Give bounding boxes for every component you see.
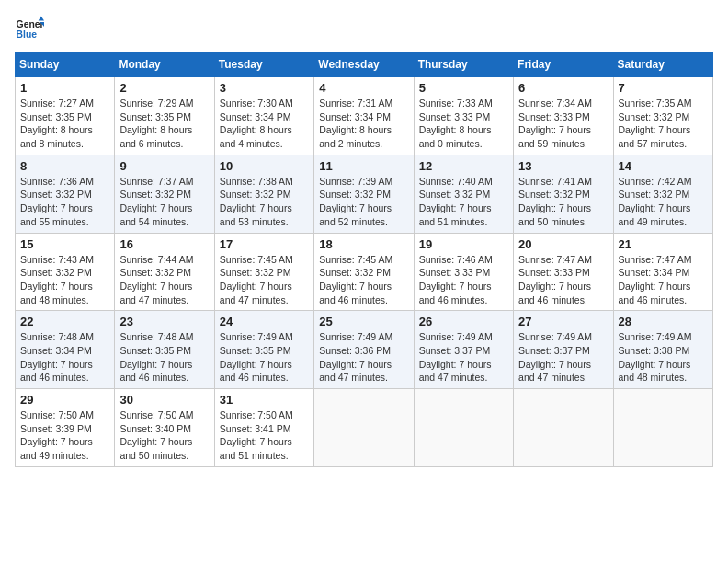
calendar-cell: 21Sunrise: 7:47 AMSunset: 3:34 PMDayligh… <box>613 233 712 311</box>
svg-text:General: General <box>17 19 44 29</box>
calendar-cell: 10Sunrise: 7:38 AMSunset: 3:32 PMDayligh… <box>214 155 313 233</box>
calendar-cell: 22Sunrise: 7:48 AMSunset: 3:34 PMDayligh… <box>16 311 115 389</box>
day-number: 13 <box>518 159 608 173</box>
calendar-cell: 9Sunrise: 7:37 AMSunset: 3:32 PMDaylight… <box>115 155 214 233</box>
day-detail: Sunrise: 7:49 AMSunset: 3:37 PMDaylight:… <box>518 330 608 385</box>
calendar-cell: 14Sunrise: 7:42 AMSunset: 3:32 PMDayligh… <box>613 155 712 233</box>
day-detail: Sunrise: 7:38 AMSunset: 3:32 PMDaylight:… <box>220 175 309 229</box>
day-detail: Sunrise: 7:49 AMSunset: 3:35 PMDaylight:… <box>220 330 309 385</box>
svg-text:Blue: Blue <box>17 29 38 40</box>
day-detail: Sunrise: 7:50 AMSunset: 3:39 PMDaylight:… <box>20 408 109 463</box>
day-number: 5 <box>419 81 508 95</box>
calendar-cell: 2Sunrise: 7:29 AMSunset: 3:35 PMDaylight… <box>115 77 214 155</box>
day-number: 1 <box>20 81 109 95</box>
calendar-cell: 15Sunrise: 7:43 AMSunset: 3:32 PMDayligh… <box>16 233 115 311</box>
day-number: 20 <box>518 237 608 251</box>
calendar-cell <box>613 389 712 467</box>
day-number: 23 <box>119 315 209 328</box>
day-detail: Sunrise: 7:49 AMSunset: 3:37 PMDaylight:… <box>419 330 508 385</box>
day-number: 17 <box>220 237 309 251</box>
day-detail: Sunrise: 7:50 AMSunset: 3:40 PMDaylight:… <box>119 408 209 463</box>
day-number: 31 <box>220 393 309 407</box>
calendar-cell: 31Sunrise: 7:50 AMSunset: 3:41 PMDayligh… <box>214 389 313 467</box>
day-number: 14 <box>619 159 708 173</box>
calendar-cell <box>414 389 513 467</box>
calendar-cell: 4Sunrise: 7:31 AMSunset: 3:34 PMDaylight… <box>314 77 414 155</box>
day-number: 27 <box>518 315 608 328</box>
day-detail: Sunrise: 7:41 AMSunset: 3:32 PMDaylight:… <box>518 175 608 229</box>
day-detail: Sunrise: 7:48 AMSunset: 3:35 PMDaylight:… <box>119 330 209 385</box>
day-detail: Sunrise: 7:50 AMSunset: 3:41 PMDaylight:… <box>220 408 309 463</box>
day-number: 28 <box>619 315 708 328</box>
day-number: 26 <box>419 315 508 328</box>
day-header-sunday: Sunday <box>16 52 115 77</box>
day-detail: Sunrise: 7:30 AMSunset: 3:34 PMDaylight:… <box>220 97 309 151</box>
calendar-cell: 13Sunrise: 7:41 AMSunset: 3:32 PMDayligh… <box>514 155 613 233</box>
day-detail: Sunrise: 7:47 AMSunset: 3:34 PMDaylight:… <box>619 253 708 307</box>
calendar-cell: 24Sunrise: 7:49 AMSunset: 3:35 PMDayligh… <box>214 311 313 389</box>
day-detail: Sunrise: 7:31 AMSunset: 3:34 PMDaylight:… <box>319 97 408 151</box>
day-detail: Sunrise: 7:35 AMSunset: 3:32 PMDaylight:… <box>619 97 708 151</box>
calendar-cell: 17Sunrise: 7:45 AMSunset: 3:32 PMDayligh… <box>214 233 313 311</box>
calendar-cell: 8Sunrise: 7:36 AMSunset: 3:32 PMDaylight… <box>16 155 115 233</box>
day-number: 24 <box>220 315 309 328</box>
calendar-cell <box>514 389 613 467</box>
page-header: General Blue <box>15 15 713 44</box>
day-detail: Sunrise: 7:48 AMSunset: 3:34 PMDaylight:… <box>20 330 109 385</box>
svg-marker-2 <box>39 17 44 21</box>
day-number: 9 <box>119 159 209 173</box>
calendar-cell: 18Sunrise: 7:45 AMSunset: 3:32 PMDayligh… <box>314 233 414 311</box>
calendar-cell: 16Sunrise: 7:44 AMSunset: 3:32 PMDayligh… <box>115 233 214 311</box>
day-number: 19 <box>419 237 508 251</box>
day-number: 2 <box>119 81 209 95</box>
day-number: 29 <box>20 393 109 407</box>
day-number: 8 <box>20 159 109 173</box>
calendar-week-row: 15Sunrise: 7:43 AMSunset: 3:32 PMDayligh… <box>16 233 713 311</box>
day-detail: Sunrise: 7:49 AMSunset: 3:36 PMDaylight:… <box>319 330 408 385</box>
day-number: 12 <box>419 159 508 173</box>
day-number: 30 <box>119 393 209 407</box>
day-detail: Sunrise: 7:37 AMSunset: 3:32 PMDaylight:… <box>119 175 209 229</box>
day-number: 21 <box>619 237 708 251</box>
day-detail: Sunrise: 7:43 AMSunset: 3:32 PMDaylight:… <box>20 253 109 307</box>
day-number: 25 <box>319 315 408 328</box>
day-detail: Sunrise: 7:36 AMSunset: 3:32 PMDaylight:… <box>20 175 109 229</box>
day-detail: Sunrise: 7:40 AMSunset: 3:32 PMDaylight:… <box>419 175 508 229</box>
day-detail: Sunrise: 7:33 AMSunset: 3:33 PMDaylight:… <box>419 97 508 151</box>
day-header-wednesday: Wednesday <box>314 52 414 77</box>
calendar-cell: 12Sunrise: 7:40 AMSunset: 3:32 PMDayligh… <box>414 155 513 233</box>
calendar-cell: 7Sunrise: 7:35 AMSunset: 3:32 PMDaylight… <box>613 77 712 155</box>
day-number: 11 <box>319 159 408 173</box>
day-header-monday: Monday <box>115 52 214 77</box>
day-detail: Sunrise: 7:46 AMSunset: 3:33 PMDaylight:… <box>419 253 508 307</box>
calendar-cell: 5Sunrise: 7:33 AMSunset: 3:33 PMDaylight… <box>414 77 513 155</box>
day-detail: Sunrise: 7:45 AMSunset: 3:32 PMDaylight:… <box>319 253 408 307</box>
day-number: 18 <box>319 237 408 251</box>
calendar-week-row: 8Sunrise: 7:36 AMSunset: 3:32 PMDaylight… <box>16 155 713 233</box>
day-number: 15 <box>20 237 109 251</box>
day-detail: Sunrise: 7:42 AMSunset: 3:32 PMDaylight:… <box>619 175 708 229</box>
day-number: 3 <box>220 81 309 95</box>
day-detail: Sunrise: 7:49 AMSunset: 3:38 PMDaylight:… <box>619 330 708 385</box>
day-number: 16 <box>119 237 209 251</box>
day-detail: Sunrise: 7:27 AMSunset: 3:35 PMDaylight:… <box>20 97 109 151</box>
day-number: 22 <box>20 315 109 328</box>
day-number: 7 <box>619 81 708 95</box>
calendar-cell: 27Sunrise: 7:49 AMSunset: 3:37 PMDayligh… <box>514 311 613 389</box>
day-number: 4 <box>319 81 408 95</box>
calendar-cell: 26Sunrise: 7:49 AMSunset: 3:37 PMDayligh… <box>414 311 513 389</box>
day-detail: Sunrise: 7:39 AMSunset: 3:32 PMDaylight:… <box>319 175 408 229</box>
day-header-saturday: Saturday <box>613 52 712 77</box>
day-detail: Sunrise: 7:34 AMSunset: 3:33 PMDaylight:… <box>518 97 608 151</box>
calendar-week-row: 22Sunrise: 7:48 AMSunset: 3:34 PMDayligh… <box>16 311 713 389</box>
calendar-cell: 29Sunrise: 7:50 AMSunset: 3:39 PMDayligh… <box>16 389 115 467</box>
day-header-thursday: Thursday <box>414 52 513 77</box>
calendar-cell: 6Sunrise: 7:34 AMSunset: 3:33 PMDaylight… <box>514 77 613 155</box>
day-header-friday: Friday <box>514 52 613 77</box>
day-detail: Sunrise: 7:44 AMSunset: 3:32 PMDaylight:… <box>119 253 209 307</box>
day-detail: Sunrise: 7:29 AMSunset: 3:35 PMDaylight:… <box>119 97 209 151</box>
day-detail: Sunrise: 7:47 AMSunset: 3:33 PMDaylight:… <box>518 253 608 307</box>
calendar-header-row: SundayMondayTuesdayWednesdayThursdayFrid… <box>16 52 713 77</box>
calendar-cell: 1Sunrise: 7:27 AMSunset: 3:35 PMDaylight… <box>16 77 115 155</box>
day-number: 6 <box>518 81 608 95</box>
